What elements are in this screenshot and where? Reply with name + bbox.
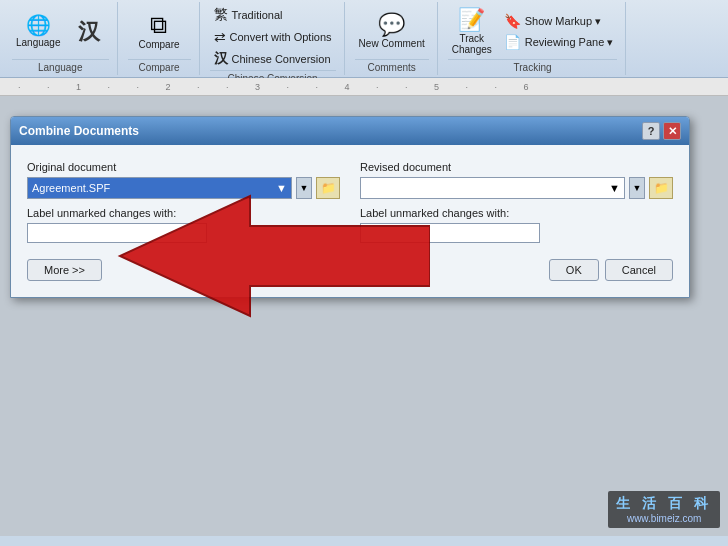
language-btn[interactable]: 🌐 Language — [12, 13, 65, 50]
compare-icon: ⧉ — [150, 13, 167, 37]
folder-icon: 📁 — [321, 181, 336, 195]
tracking-items: 📝 TrackChanges 🔖 Show Markup ▾ 📄 Reviewi… — [448, 4, 618, 59]
revised-combo-arrow: ▼ — [609, 182, 620, 194]
original-label-input[interactable] — [27, 223, 207, 243]
titlebar-buttons: ? ✕ — [642, 122, 681, 140]
revised-doc-col: Revised document ▼ ▼ 📁 Label unmarked ch — [360, 161, 673, 243]
language-icon: 🌐 — [26, 15, 51, 35]
compare-items: ⧉ Compare — [134, 4, 183, 59]
traditional-btn[interactable]: 繁 Combine Documents Traditional — [210, 4, 336, 26]
compare-btn[interactable]: ⧉ Compare — [134, 11, 183, 52]
chinese-btns-container: 繁 Combine Documents Traditional ⇄ Conver… — [210, 4, 336, 70]
ribbon-group-compare: ⧉ Compare Compare — [120, 2, 200, 75]
language-items: 🌐 Language 汉 — [12, 4, 109, 59]
watermark-chinese: 生 活 百 科 — [616, 495, 712, 513]
dialog-titlebar: Combine Documents ? ✕ — [11, 117, 689, 145]
chinese-conversion-btn[interactable]: 汉 Chinese Conversion — [210, 48, 336, 70]
help-icon: ? — [648, 125, 655, 137]
revised-folder-icon: 📁 — [654, 181, 669, 195]
ribbon-group-comments: 💬 New Comment Comments — [347, 2, 438, 75]
watermark-url: www.bimeiz.com — [616, 513, 712, 524]
original-doc-combo[interactable]: Agreement.SPF ▼ — [27, 177, 292, 199]
track-changes-btn[interactable]: 📝 TrackChanges — [448, 7, 496, 57]
combo-arrow-down: ▼ — [276, 182, 287, 194]
convert-icon: ⇄ — [214, 29, 226, 45]
more-button[interactable]: More >> — [27, 259, 102, 281]
translate-icon: 汉 — [78, 21, 100, 43]
original-doc-label: Original document — [27, 161, 340, 173]
revised-doc-combo-row: ▼ ▼ 📁 — [360, 177, 673, 199]
original-doc-dropdown-arrow[interactable]: ▼ — [296, 177, 312, 199]
original-doc-combo-row: Agreement.SPF ▼ ▼ 📁 — [27, 177, 340, 199]
ribbon-group-chinese: 繁 Combine Documents Traditional ⇄ Conver… — [202, 2, 345, 75]
comments-group-label: Comments — [355, 59, 429, 73]
chinese-items: 繁 Combine Documents Traditional ⇄ Conver… — [210, 4, 336, 70]
original-doc-col: Original document Agreement.SPF ▼ ▼ 📁 — [27, 161, 340, 243]
show-markup-icon: 🔖 — [504, 13, 521, 29]
convert-options-label: Convert with Options — [230, 31, 332, 43]
dialog-footer: More >> OK Cancel — [27, 259, 673, 281]
ok-cancel-group: OK Cancel — [549, 259, 673, 281]
dialog-overlay: Combine Documents ? ✕ Original document — [10, 116, 710, 298]
document-area: Combine Documents ? ✕ Original document — [0, 96, 728, 536]
ribbon-group-language: 🌐 Language 汉 Language — [4, 2, 118, 75]
original-doc-value: Agreement.SPF — [32, 182, 110, 194]
language-btn-label: Language — [16, 37, 61, 48]
compare-group-label: Compare — [128, 59, 191, 73]
close-button[interactable]: ✕ — [663, 122, 681, 140]
dialog-main-row: Original document Agreement.SPF ▼ ▼ 📁 — [27, 161, 673, 243]
track-changes-label: TrackChanges — [452, 33, 492, 55]
convert-options-btn[interactable]: ⇄ Convert with Options — [210, 27, 336, 47]
show-markup-label: Show Markup ▾ — [525, 15, 601, 28]
new-comment-icon: 💬 — [378, 14, 405, 36]
markup-pane-btns: 🔖 Show Markup ▾ 📄 Reviewing Pane ▾ — [500, 11, 618, 52]
show-markup-btn[interactable]: 🔖 Show Markup ▾ — [500, 11, 618, 31]
original-label-unmarked: Label unmarked changes with: — [27, 207, 340, 219]
ruler-marks: · · 1 · · 2 · · 3 · · 4 · · 5 · · 6 — [8, 82, 541, 92]
new-comment-btn[interactable]: 💬 New Comment — [355, 12, 429, 51]
ok-button[interactable]: OK — [549, 259, 599, 281]
combine-documents-dialog: Combine Documents ? ✕ Original document — [10, 116, 690, 298]
track-changes-icon: 📝 — [458, 9, 485, 31]
help-button[interactable]: ? — [642, 122, 660, 140]
compare-btn-label: Compare — [138, 39, 179, 50]
revised-doc-label: Revised document — [360, 161, 673, 173]
dialog-body: Original document Agreement.SPF ▼ ▼ 📁 — [11, 145, 689, 297]
dialog-title: Combine Documents — [19, 124, 139, 138]
language-group-label: Language — [12, 59, 109, 73]
chinese-icon: 汉 — [214, 50, 228, 68]
original-doc-folder-btn[interactable]: 📁 — [316, 177, 340, 199]
revised-label-unmarked-row: Label unmarked changes with: — [360, 207, 673, 243]
reviewing-pane-label: Reviewing Pane ▾ — [525, 36, 614, 49]
revised-doc-folder-btn[interactable]: 📁 — [649, 177, 673, 199]
traditional-icon: 繁 — [214, 6, 228, 24]
new-comment-label: New Comment — [359, 38, 425, 49]
revised-label-input[interactable] — [360, 223, 540, 243]
reviewing-pane-icon: 📄 — [504, 34, 521, 50]
cancel-button[interactable]: Cancel — [605, 259, 673, 281]
ribbon: 🌐 Language 汉 Language ⧉ Compare Compare … — [0, 0, 728, 78]
tracking-group-label: Tracking — [448, 59, 618, 73]
original-label-unmarked-row: Label unmarked changes with: — [27, 207, 340, 243]
comments-items: 💬 New Comment — [355, 4, 429, 59]
translate-btn[interactable]: 汉 — [69, 19, 109, 45]
close-icon: ✕ — [668, 125, 677, 138]
watermark: 生 活 百 科 www.bimeiz.com — [608, 491, 720, 528]
revised-doc-dropdown-arrow[interactable]: ▼ — [629, 177, 645, 199]
chinese-conversion-label: Chinese Conversion — [232, 53, 331, 65]
ribbon-group-tracking: 📝 TrackChanges 🔖 Show Markup ▾ 📄 Reviewi… — [440, 2, 627, 75]
reviewing-pane-btn[interactable]: 📄 Reviewing Pane ▾ — [500, 32, 618, 52]
ruler: · · 1 · · 2 · · 3 · · 4 · · 5 · · 6 — [0, 78, 728, 96]
traditional-text: Traditional — [232, 9, 283, 21]
revised-doc-combo[interactable]: ▼ — [360, 177, 625, 199]
revised-label-unmarked: Label unmarked changes with: — [360, 207, 673, 219]
